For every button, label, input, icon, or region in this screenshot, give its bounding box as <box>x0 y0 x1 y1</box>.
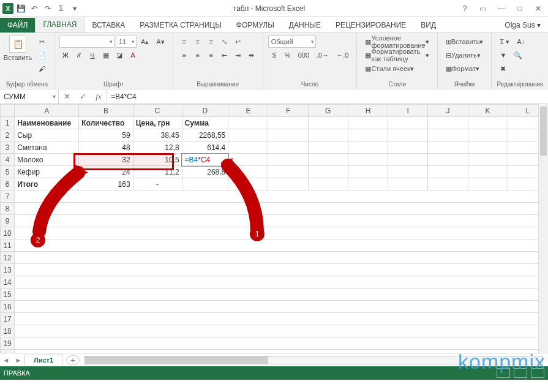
close-icon[interactable]: ✕ <box>531 2 546 15</box>
col-header[interactable]: G <box>308 105 348 117</box>
minimize-icon[interactable]: — <box>494 2 509 15</box>
tab-review[interactable]: РЕЦЕНЗИРОВАНИЕ <box>328 18 413 32</box>
column-headers[interactable]: A B C D E F G H I J K L <box>1 105 548 117</box>
cell[interactable]: Наименование <box>15 117 79 129</box>
indent-inc-icon[interactable]: ⇥ <box>232 49 244 61</box>
table-row[interactable]: 3 Сметана 48 12,8 614,4 <box>1 141 548 154</box>
align-left-icon[interactable]: ≡ <box>178 49 190 61</box>
tab-page-layout[interactable]: РАЗМЕТКА СТРАНИЦЫ <box>132 18 229 32</box>
name-box[interactable]: СУММ <box>0 89 59 104</box>
qat-more-icon[interactable]: ▾ <box>69 2 81 15</box>
cell[interactable]: Молоко <box>15 154 79 166</box>
col-header[interactable]: F <box>268 105 308 117</box>
clear-icon[interactable]: ✖ <box>497 62 509 75</box>
spreadsheet-grid[interactable]: A B C D E F G H I J K L 1 Наименование К… <box>0 104 548 353</box>
align-bottom-icon[interactable]: ≡ <box>205 36 217 48</box>
cell-active[interactable]: =B4*C4 <box>182 154 228 166</box>
tab-data[interactable]: ДАННЫЕ <box>282 18 328 32</box>
row-header[interactable]: 6 <box>1 178 15 190</box>
indent-dec-icon[interactable]: ⇤ <box>219 49 231 61</box>
vertical-scrollbar[interactable] <box>538 104 548 353</box>
cell[interactable]: 38,45 <box>133 129 182 141</box>
tab-insert[interactable]: ВСТАВКА <box>84 18 132 32</box>
row-header[interactable]: 11 <box>1 239 15 252</box>
percent-icon[interactable]: % <box>282 49 294 61</box>
cell-styles-button[interactable]: ▦ Стили ячеек ▾ <box>362 62 416 75</box>
cell[interactable]: 24 <box>79 166 133 178</box>
formula-input[interactable]: =B4*C4 <box>107 89 548 104</box>
cell[interactable]: 12,8 <box>133 141 182 154</box>
currency-icon[interactable]: $ <box>268 49 280 61</box>
merge-icon[interactable]: ⬌ <box>246 49 258 61</box>
qat-autosum-icon[interactable]: Σ <box>55 2 67 15</box>
row-header[interactable]: 18 <box>1 325 15 337</box>
row-header[interactable]: 19 <box>1 337 15 350</box>
row-header[interactable]: 9 <box>1 215 15 227</box>
paste-button[interactable]: 📋 Вставить <box>5 36 31 61</box>
align-middle-icon[interactable]: ≡ <box>192 36 204 48</box>
sheet-nav-prev-icon[interactable]: ◄ <box>0 356 12 364</box>
format-table-button[interactable]: ▦ Форматировать как таблицу ▾ <box>362 49 432 61</box>
sort-filter-icon[interactable]: A↓ <box>514 36 528 48</box>
font-grow-icon[interactable]: A▴ <box>138 36 152 48</box>
ribbon-options-icon[interactable]: ▭ <box>476 2 490 15</box>
insert-cells-button[interactable]: ⊞ Вставить ▾ <box>443 36 487 48</box>
autosum-icon[interactable]: Σ ▾ <box>497 36 512 48</box>
row-header[interactable]: 12 <box>1 252 15 264</box>
orientation-icon[interactable]: ⤡ <box>219 36 231 48</box>
row-header[interactable]: 17 <box>1 313 15 325</box>
table-row[interactable]: 5 Кефир 24 11,2 268,8 <box>1 166 548 178</box>
sheet-tab[interactable]: Лист1 <box>24 355 62 365</box>
cut-icon[interactable]: ✂ <box>34 36 49 48</box>
find-icon[interactable]: 🔍 <box>511 49 525 61</box>
row-header[interactable]: 8 <box>1 203 15 215</box>
tab-home[interactable]: ГЛАВНАЯ <box>35 17 84 32</box>
delete-cells-button[interactable]: ⊟ Удалить ▾ <box>443 49 484 61</box>
cell[interactable]: Кефир <box>15 166 79 178</box>
cell[interactable]: Сыр <box>15 129 79 141</box>
table-row[interactable]: 4 Молоко 32 10,5 =B4*C4 <box>1 154 548 166</box>
cell[interactable]: 10,5 <box>133 154 182 166</box>
wrap-text-icon[interactable]: ↩ <box>232 36 244 48</box>
enter-formula-icon[interactable]: ✓ <box>75 92 91 101</box>
fill-icon[interactable]: ▼ <box>497 49 509 61</box>
row-header[interactable]: 4 <box>1 154 15 166</box>
cell[interactable]: 48 <box>79 141 133 154</box>
row-header[interactable]: 3 <box>1 141 15 154</box>
cell[interactable]: Количество <box>79 117 133 129</box>
tab-view[interactable]: ВИД <box>413 18 443 32</box>
cell[interactable]: 614,4 <box>182 141 228 154</box>
maximize-icon[interactable]: □ <box>512 2 527 15</box>
qat-redo-icon[interactable]: ↷ <box>42 2 54 15</box>
cell[interactable]: Итого <box>15 178 79 190</box>
col-header[interactable]: C <box>133 105 182 117</box>
copy-icon[interactable]: 📄 <box>34 49 49 61</box>
row-header[interactable]: 14 <box>1 276 15 288</box>
font-shrink-icon[interactable]: A▾ <box>153 36 167 48</box>
col-header[interactable]: E <box>228 105 268 117</box>
table-row[interactable]: 1 Наименование Количество Цена, грн Сумм… <box>1 117 548 129</box>
col-header[interactable]: K <box>468 105 508 117</box>
cell[interactable]: 268,8 <box>182 166 228 178</box>
row-header[interactable]: 10 <box>1 227 15 239</box>
row-header[interactable]: 13 <box>1 264 15 276</box>
help-icon[interactable]: ? <box>457 2 472 15</box>
row-header[interactable]: 15 <box>1 288 15 301</box>
align-right-icon[interactable]: ≡ <box>205 49 217 61</box>
cell[interactable]: - <box>133 178 182 190</box>
number-format-select[interactable]: Общий <box>268 36 316 48</box>
row-header[interactable]: 1 <box>1 117 15 129</box>
align-top-icon[interactable]: ≡ <box>178 36 190 48</box>
fill-color-icon[interactable]: ◪ <box>113 49 126 61</box>
fx-icon[interactable]: fx <box>91 92 107 102</box>
col-header[interactable]: A <box>15 105 79 117</box>
row-header[interactable]: 2 <box>1 129 15 141</box>
col-header[interactable]: I <box>388 105 428 117</box>
cell[interactable] <box>182 178 228 190</box>
col-header[interactable]: H <box>348 105 388 117</box>
font-name-select[interactable] <box>59 36 114 48</box>
sheet-nav-next-icon[interactable]: ► <box>12 356 24 364</box>
border-icon[interactable]: ▦ <box>100 49 112 61</box>
row-header[interactable]: 7 <box>1 190 15 203</box>
cell[interactable]: Сметана <box>15 141 79 154</box>
